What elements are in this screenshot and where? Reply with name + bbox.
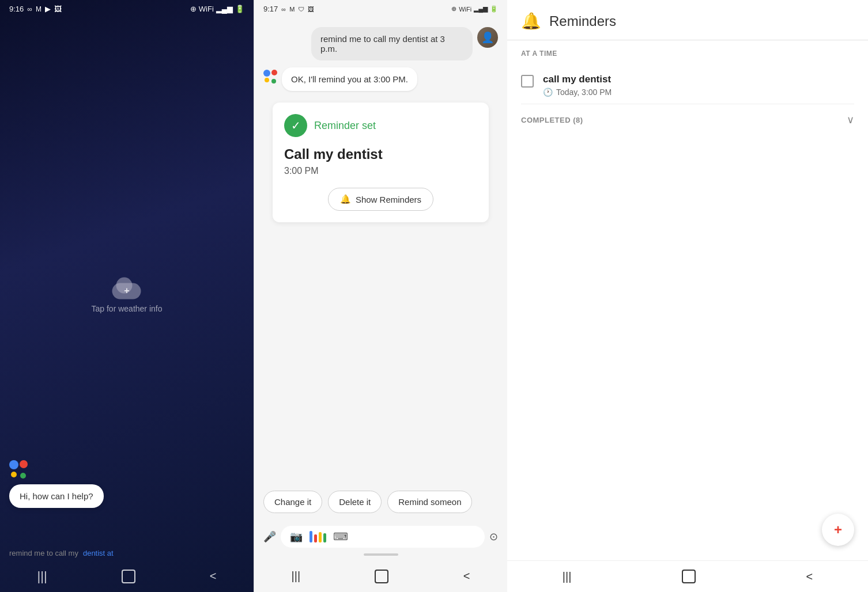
nav-home-btn-reminders[interactable] <box>682 570 696 583</box>
nav-recents-home[interactable]: ||| <box>37 569 47 584</box>
signal-icon-a: ▂▄▆ <box>474 5 488 13</box>
keyboard-icon[interactable]: ⌨ <box>333 530 348 543</box>
reminder-item: call my dentist 🕐 Today, 3:00 PM <box>521 67 854 104</box>
nav-bar-assistant: ||| < <box>254 560 507 592</box>
reminder-checkbox[interactable] <box>521 75 534 88</box>
nav-home-btn-assistant[interactable] <box>375 570 388 583</box>
reminders-app-icon: 🔔 <box>521 12 541 31</box>
reminders-header: 🔔 Reminders <box>507 0 868 40</box>
clock-icon: 🕐 <box>543 88 553 97</box>
time-home: 9:16 <box>9 5 24 13</box>
assistant-response-bubble: OK, I'll remind you at 3:00 PM. <box>282 67 417 91</box>
nav-bar-reminders: ||| < <box>507 560 868 592</box>
signal-icon: ▂▄▆ <box>216 5 233 13</box>
reminder-item-content: call my dentist 🕐 Today, 3:00 PM <box>543 74 854 97</box>
reminders-icon-btn: 🔔 <box>340 194 351 204</box>
keyboard-inner: 📷 ⌨ <box>281 526 485 548</box>
remind-someone-chip[interactable]: Remind someon <box>387 491 472 513</box>
nav-recents-reminders[interactable]: ||| <box>563 570 572 583</box>
chat-area: remind me to call my dentist at 3 p.m. 👤… <box>254 18 507 484</box>
location-icon: ⊕ <box>190 5 197 13</box>
show-reminders-button[interactable]: 🔔 Show Reminders <box>328 188 433 211</box>
status-bar-right: ⊕ WiFi ▂▄▆ 🔋 <box>190 5 244 13</box>
change-it-chip[interactable]: Change it <box>263 491 322 513</box>
wifi-icon: WiFi <box>199 5 214 13</box>
camera-icon[interactable]: 📷 <box>290 530 303 543</box>
completed-label: COMPLETED (8) <box>521 116 583 124</box>
play-icon: ▶ <box>45 5 51 13</box>
completed-section[interactable]: COMPLETED (8) ∨ <box>521 104 854 135</box>
reminder-item-time: 🕐 Today, 3:00 PM <box>543 88 854 97</box>
google-dots-home <box>9 460 28 479</box>
reminders-content: AT A TIME call my dentist 🕐 Today, 3:00 … <box>507 40 868 560</box>
assistant-response-row: OK, I'll remind you at 3:00 PM. <box>263 67 498 91</box>
google-dots-chat <box>263 70 277 84</box>
bottom-divider <box>364 553 398 556</box>
user-message-row: remind me to call my dentist at 3 p.m. 👤 <box>311 27 498 60</box>
fab-add-button[interactable]: + <box>822 514 854 546</box>
status-bar-home: 9:16 ∞ M ▶ 🖼 ⊕ WiFi ▂▄▆ 🔋 <box>0 0 254 18</box>
panel-assistant: 9:17 ∞ M 🛡 🖼 ⊕ WiFi ▂▄▆ 🔋 remind me to c… <box>254 0 507 592</box>
location-icon-a: ⊕ <box>451 5 456 13</box>
nav-back-assistant[interactable]: < <box>463 570 470 583</box>
keyboard-bar: 🎤 📷 ⌨ ⊙ <box>254 520 507 553</box>
action-chips: Change it Delete it Remind someon <box>254 484 507 520</box>
user-avatar: 👤 <box>477 27 498 48</box>
assistant-mini: Hi, how can I help? <box>0 451 254 517</box>
panel-home: 9:16 ∞ M ▶ 🖼 ⊕ WiFi ▂▄▆ 🔋 + Tap for weat… <box>0 0 254 592</box>
chevron-down-icon: ∨ <box>847 113 854 126</box>
assistant-greeting-bubble: Hi, how can I help? <box>9 484 104 508</box>
reminder-set-label: Reminder set <box>314 120 376 132</box>
microphone-icon[interactable]: 🎤 <box>263 530 276 543</box>
voicemail-icon: ∞ <box>27 5 32 13</box>
photos-icon-a: 🖼 <box>308 6 314 13</box>
weather-widget[interactable]: + Tap for weather info <box>92 271 163 313</box>
status-bar-left: 9:16 ∞ M ▶ 🖼 <box>9 5 62 13</box>
time-assistant: 9:17 <box>263 5 278 13</box>
nav-back-home[interactable]: < <box>210 570 217 583</box>
fab-plus-icon: + <box>834 522 842 538</box>
input-prefix: remind me to call my <box>9 549 78 557</box>
input-colored: dentist at <box>83 549 114 557</box>
status-bar-assistant: 9:17 ∞ M 🛡 🖼 ⊕ WiFi ▂▄▆ 🔋 <box>254 0 507 18</box>
photos-icon: 🖼 <box>54 5 62 13</box>
compass-icon[interactable]: ⊙ <box>489 530 498 543</box>
panel-reminders: 🔔 Reminders AT A TIME call my dentist 🕐 … <box>507 0 868 592</box>
nav-recents-assistant[interactable]: ||| <box>292 570 301 583</box>
reminder-card-title: Call my dentist <box>284 146 477 162</box>
battery-icon-a: 🔋 <box>490 5 498 13</box>
gmail-icon: M <box>36 5 41 13</box>
reminder-item-title: call my dentist <box>543 74 854 85</box>
nav-home-btn-home[interactable] <box>122 570 135 583</box>
gmail-icon-a: M <box>289 6 295 13</box>
reminder-card: ✓ Reminder set Call my dentist 3:00 PM 🔔… <box>273 103 489 222</box>
weather-label: Tap for weather info <box>92 304 163 313</box>
at-a-time-label: AT A TIME <box>521 50 854 58</box>
voicemail-icon-a: ∞ <box>281 6 286 13</box>
nav-bar-home: ||| < <box>0 560 254 592</box>
text-input-bar: remind me to call my dentist at <box>0 549 254 557</box>
reminder-set-row: ✓ Reminder set <box>284 114 477 137</box>
delete-it-chip[interactable]: Delete it <box>328 491 382 513</box>
reminder-card-time: 3:00 PM <box>284 166 477 176</box>
google-bars-icon <box>310 531 326 542</box>
check-circle-icon: ✓ <box>284 114 307 137</box>
wifi-icon-a: WiFi <box>459 6 471 13</box>
reminders-title: Reminders <box>549 13 616 29</box>
nav-back-reminders[interactable]: < <box>806 570 813 583</box>
shield-icon-a: 🛡 <box>298 6 304 13</box>
user-message-bubble: remind me to call my dentist at 3 p.m. <box>311 27 473 60</box>
battery-icon: 🔋 <box>235 5 244 13</box>
weather-icon: + <box>110 271 144 299</box>
